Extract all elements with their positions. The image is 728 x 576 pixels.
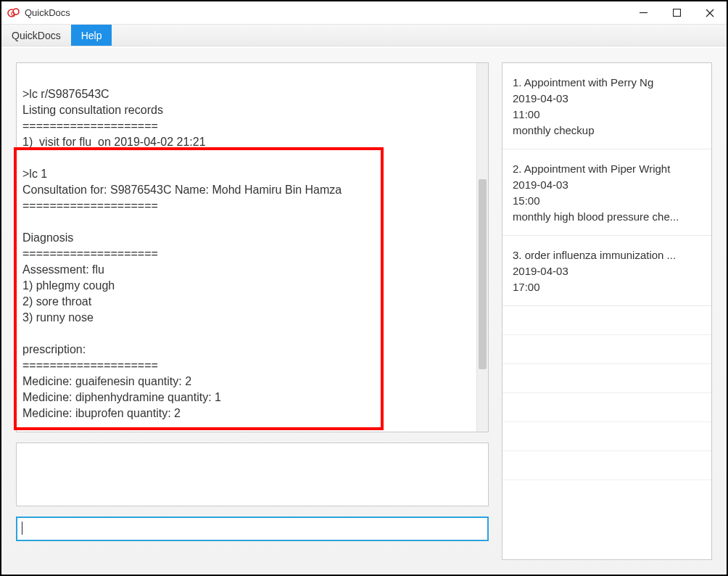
window-controls <box>626 1 727 24</box>
console-line: >lc r/S9876543C <box>22 88 109 100</box>
minimize-button[interactable] <box>626 1 660 24</box>
console-panel: >lc r/S9876543C Listing consultation rec… <box>16 62 489 432</box>
right-column: 1. Appointment with Perry Ng 2019-04-03 … <box>502 62 712 560</box>
appointment-title: 2. Appointment with Piper Wright <box>513 161 701 177</box>
svg-rect-4 <box>673 9 680 17</box>
console-line: 2) sore throat <box>22 295 91 308</box>
console-line: ==================== <box>22 199 158 212</box>
console-line: 1) visit for flu on 2019-04-02 21:21 <box>22 136 206 148</box>
appointment-title: 3. order influenza immunization ... <box>513 247 701 263</box>
appointment-time: 11:00 <box>513 107 701 123</box>
console-scrollbar[interactable] <box>476 63 488 432</box>
console-line: Medicine: diphenhydramine quantity: 1 <box>22 391 221 403</box>
appointments-panel: 1. Appointment with Perry Ng 2019-04-03 … <box>502 62 712 560</box>
menu-quickdocs[interactable]: QuickDocs <box>1 25 71 46</box>
console-line: Medicine: guaifenesin quantity: 2 <box>22 375 191 387</box>
list-blank-row <box>502 422 711 451</box>
console-line: prescription: <box>22 343 86 355</box>
svg-text:Q: Q <box>11 11 15 17</box>
appointment-note: monthly high blood pressure che... <box>513 209 701 225</box>
window-title: QuickDocs <box>25 7 626 18</box>
text-cursor <box>22 522 22 535</box>
console-line: 1) phlegmy cough <box>22 279 115 292</box>
appointment-note: monthly checkup <box>513 123 701 139</box>
menubar: QuickDocs Help <box>1 25 727 46</box>
console-line: Assessment: flu <box>22 263 104 276</box>
console-scrollbar-thumb[interactable] <box>479 179 487 369</box>
appointment-title: 1. Appointment with Perry Ng <box>513 75 701 91</box>
appointment-time: 17:00 <box>513 279 701 295</box>
list-blank-row <box>502 393 711 422</box>
maximize-button[interactable] <box>660 1 693 24</box>
list-blank-row <box>502 306 711 335</box>
appointment-time: 15:00 <box>513 193 701 209</box>
list-blank-row <box>502 335 711 364</box>
appointment-item[interactable]: 3. order influenza immunization ... 2019… <box>502 236 711 306</box>
titlebar: Q QuickDocs <box>1 1 727 25</box>
console-line: Consultation for: S9876543C Name: Mohd H… <box>22 184 342 196</box>
list-blank-row <box>502 451 711 480</box>
console-line: ==================== <box>22 247 158 260</box>
left-column: >lc r/S9876543C Listing consultation rec… <box>16 62 489 560</box>
appointment-date: 2019-04-03 <box>513 91 701 107</box>
command-input-wrap <box>16 517 489 541</box>
result-panel <box>16 443 489 506</box>
console-line: 3) runny nose <box>22 311 94 324</box>
app-icon: Q <box>7 7 20 20</box>
console-line: Listing consultation records <box>22 104 163 116</box>
console-line: Medicine: ibuprofen quantity: 2 <box>22 407 181 419</box>
list-blank-row <box>502 364 711 393</box>
close-button[interactable] <box>693 1 727 24</box>
console-line: ==================== <box>22 359 158 371</box>
workarea: >lc r/S9876543C Listing consultation rec… <box>1 48 727 575</box>
appointment-date: 2019-04-03 <box>513 263 701 279</box>
menu-help[interactable]: Help <box>71 25 112 46</box>
console-line: Diagnosis <box>22 231 73 244</box>
console-output: >lc r/S9876543C Listing consultation rec… <box>17 63 476 432</box>
appointment-item[interactable]: 1. Appointment with Perry Ng 2019-04-03 … <box>502 63 711 149</box>
console-line: ==================== <box>22 120 158 132</box>
appointment-item[interactable]: 2. Appointment with Piper Wright 2019-04… <box>502 149 711 236</box>
appointment-date: 2019-04-03 <box>513 177 701 193</box>
console-line: >lc 1 <box>22 168 47 180</box>
command-input[interactable] <box>16 517 489 541</box>
